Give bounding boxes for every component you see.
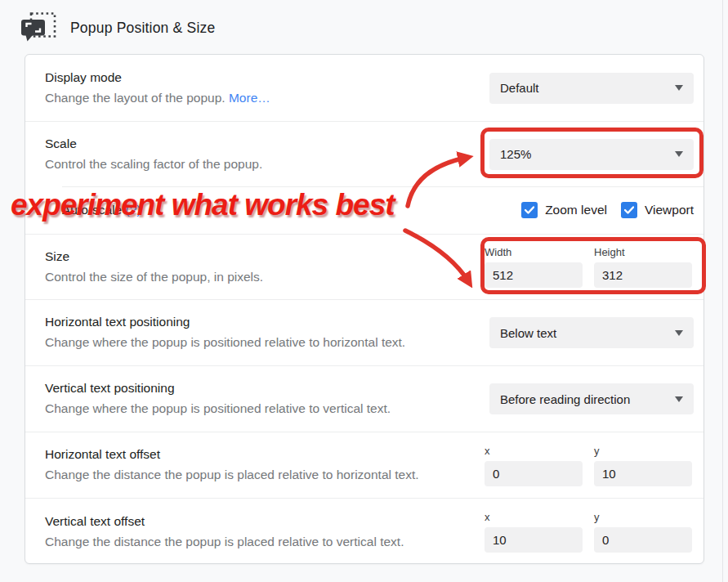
horizontal-offset-x-input[interactable] bbox=[485, 461, 583, 486]
setting-row-vertical-positioning: Vertical text positioning Change where t… bbox=[25, 365, 703, 432]
zoom-level-checkbox[interactable] bbox=[521, 202, 538, 218]
setting-row-display-mode: Display mode Change the layout of the po… bbox=[25, 55, 703, 121]
size-fields: Width Height bbox=[485, 246, 692, 288]
vertical-offset-fields: x y bbox=[485, 511, 692, 553]
chevron-down-icon bbox=[675, 151, 683, 157]
display-mode-title: Display mode bbox=[45, 68, 270, 87]
height-input[interactable] bbox=[594, 262, 692, 288]
scale-description: Control the scaling factor of the popup. bbox=[45, 154, 262, 175]
more-link[interactable]: More… bbox=[229, 91, 270, 105]
help-link[interactable]: (?) bbox=[126, 203, 141, 217]
horizontal-offset-description: Change the distance the popup is placed … bbox=[45, 464, 419, 486]
horizontal-positioning-select[interactable]: Below text bbox=[489, 317, 694, 348]
scale-title: Scale bbox=[45, 134, 262, 154]
horizontal-positioning-title: Horizontal text positioning bbox=[45, 312, 405, 332]
horizontal-positioning-select-value: Below text bbox=[500, 326, 556, 340]
horizontal-positioning-description: Change where the popup is positioned rel… bbox=[45, 332, 405, 353]
scale-select-value: 125% bbox=[500, 147, 531, 161]
scale-select[interactable]: 125% bbox=[489, 139, 694, 170]
vertical-positioning-title: Vertical text positioning bbox=[45, 378, 391, 398]
setting-row-scale: Scale Control the scaling factor of the … bbox=[25, 121, 703, 186]
section-header: Popup Position & Size bbox=[20, 10, 215, 46]
popup-bubble-icon bbox=[20, 11, 57, 44]
vertical-positioning-description: Change where the popup is positioned rel… bbox=[45, 398, 391, 419]
y-label: y bbox=[594, 445, 692, 458]
vertical-positioning-select-value: Before reading direction bbox=[500, 392, 630, 406]
x-label: x bbox=[485, 511, 583, 524]
chevron-down-icon bbox=[675, 85, 683, 91]
setting-row-vertical-offset: Vertical text offset Change the distance… bbox=[25, 498, 703, 564]
height-label: Height bbox=[594, 246, 692, 259]
auto-scale-label: Auto-scale (?) bbox=[62, 200, 141, 220]
setting-row-size: Size Control the size of the popup, in p… bbox=[25, 234, 703, 299]
size-description: Control the size of the popup, in pixels… bbox=[45, 266, 263, 288]
display-mode-select[interactable]: Default bbox=[489, 73, 694, 104]
viewport-checkbox-label: Viewport bbox=[645, 203, 694, 217]
horizontal-offset-title: Horizontal text offset bbox=[45, 445, 419, 464]
width-label: Width bbox=[485, 246, 583, 259]
check-icon bbox=[624, 206, 634, 214]
x-label: x bbox=[485, 445, 583, 458]
horizontal-offset-fields: x y bbox=[485, 445, 692, 486]
vertical-offset-y-input[interactable] bbox=[594, 527, 692, 553]
vertical-offset-title: Vertical text offset bbox=[45, 512, 404, 531]
width-input[interactable] bbox=[485, 262, 583, 288]
viewport-checkbox[interactable] bbox=[621, 202, 637, 218]
vertical-positioning-select[interactable]: Before reading direction bbox=[489, 383, 694, 414]
chevron-down-icon bbox=[675, 330, 683, 336]
zoom-level-checkbox-label: Zoom level bbox=[545, 203, 607, 217]
setting-row-auto-scale: Auto-scale (?) Zoom level Viewport bbox=[25, 186, 703, 234]
check-icon bbox=[525, 206, 534, 214]
horizontal-offset-y-input[interactable] bbox=[594, 461, 692, 486]
auto-scale-checkbox-group: Zoom level Viewport bbox=[521, 202, 694, 218]
chevron-down-icon bbox=[675, 396, 683, 402]
page-right-divider bbox=[722, 0, 723, 582]
vertical-offset-x-input[interactable] bbox=[485, 527, 583, 553]
display-mode-description: Change the layout of the popup. More… bbox=[45, 87, 270, 109]
page-title: Popup Position & Size bbox=[70, 20, 215, 37]
setting-row-horizontal-offset: Horizontal text offset Change the distan… bbox=[25, 432, 703, 498]
vertical-offset-description: Change the distance the popup is placed … bbox=[45, 531, 404, 553]
size-title: Size bbox=[45, 247, 263, 266]
settings-card: Display mode Change the layout of the po… bbox=[25, 54, 704, 564]
display-mode-select-value: Default bbox=[500, 81, 539, 95]
y-label: y bbox=[594, 511, 692, 524]
setting-row-horizontal-positioning: Horizontal text positioning Change where… bbox=[25, 299, 703, 365]
